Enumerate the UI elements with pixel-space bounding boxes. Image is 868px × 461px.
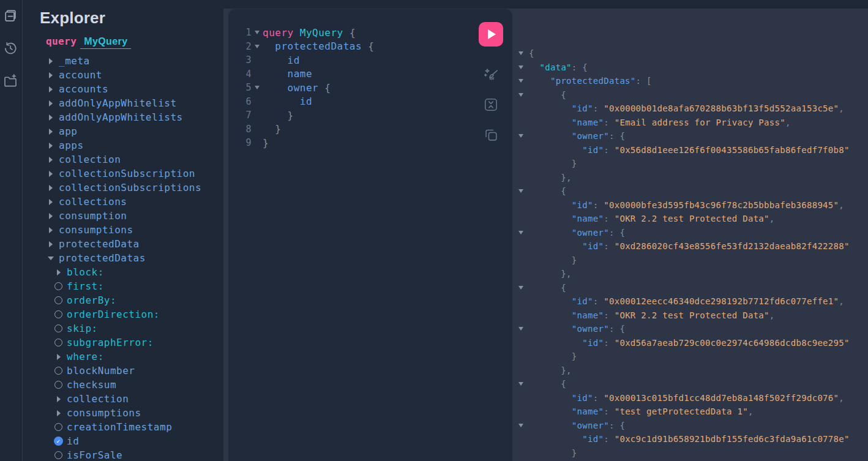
tree-item-collections[interactable]: collections <box>23 195 223 209</box>
operation-name-input[interactable]: MyQuery <box>80 36 131 49</box>
editor-line[interactable]: 1query MyQuery { <box>228 26 512 40</box>
tree-item-collection[interactable]: collection <box>23 152 223 167</box>
tree-item-orderDirection[interactable]: orderDirection: <box>23 307 223 321</box>
fold-arrow-icon[interactable] <box>513 382 529 386</box>
tree-item-consumption[interactable]: consumption <box>23 209 223 223</box>
tree-item-consumptions[interactable]: consumptions <box>23 223 223 237</box>
editor-line[interactable]: 7 } <box>228 108 512 122</box>
response-line: } <box>513 350 868 364</box>
editor-line[interactable]: 5 owner { <box>228 81 512 95</box>
tree-item-creationTimestamp[interactable]: creationTimestamp <box>23 420 223 434</box>
editor-line[interactable]: 6 id <box>228 95 512 109</box>
tree-item-protectedData[interactable]: protectedData <box>23 237 223 251</box>
tree-item-collectionSubscriptions[interactable]: collectionSubscriptions <box>23 181 223 195</box>
unchecked-field-icon[interactable] <box>54 339 63 347</box>
chevron-right-icon[interactable] <box>46 157 55 163</box>
tree-item-block[interactable]: block: <box>23 265 223 279</box>
fold-arrow-icon[interactable] <box>252 45 263 48</box>
chevron-right-icon[interactable] <box>46 143 55 149</box>
fold-arrow-icon[interactable] <box>513 424 529 427</box>
unchecked-field-icon[interactable] <box>54 296 63 304</box>
chevron-right-icon[interactable] <box>46 58 55 64</box>
fold-arrow-icon[interactable] <box>513 51 529 55</box>
editor-line[interactable]: 8 } <box>228 122 512 137</box>
chevron-right-icon[interactable] <box>46 185 55 191</box>
editor-line[interactable]: 4 name <box>228 67 512 81</box>
tree-item-consumptions[interactable]: consumptions <box>23 406 223 420</box>
tree-item-isForSale[interactable]: isForSale <box>23 448 223 461</box>
unchecked-field-icon[interactable] <box>54 451 63 459</box>
chevron-right-icon[interactable] <box>46 72 55 78</box>
explorer-folder-icon[interactable] <box>3 73 19 89</box>
response-line: { <box>513 184 868 198</box>
chevron-right-icon[interactable] <box>54 410 63 416</box>
chevron-right-icon[interactable] <box>46 199 55 205</box>
merge-fragments-icon[interactable] <box>483 97 499 113</box>
unchecked-field-icon[interactable] <box>54 423 63 431</box>
chevron-right-icon[interactable] <box>46 86 55 92</box>
editor-line[interactable]: 2 protectedDatas { <box>228 40 512 54</box>
tree-item-label: accounts <box>59 83 108 95</box>
response-panel[interactable]: { "data": { "protectedDatas": [ { "id": … <box>513 9 868 461</box>
tree-item-checksum[interactable]: checksum <box>23 378 223 392</box>
history-icon[interactable] <box>3 40 19 56</box>
chevron-right-icon[interactable] <box>46 100 55 107</box>
fold-arrow-icon[interactable] <box>513 327 529 331</box>
fold-arrow-icon[interactable] <box>513 93 529 97</box>
tree-item-where[interactable]: where: <box>23 350 223 364</box>
chevron-right-icon[interactable] <box>46 227 55 233</box>
query-editor-code[interactable]: 1query MyQuery {2 protectedDatas {3 id4 … <box>228 9 512 150</box>
editor-line[interactable]: 9} <box>228 136 512 150</box>
tree-item-protectedDatas[interactable]: protectedDatas <box>23 251 223 265</box>
fold-arrow-icon[interactable] <box>513 231 529 234</box>
fold-arrow-icon[interactable] <box>513 66 529 69</box>
tree-item-id[interactable]: ✓id <box>23 434 223 448</box>
response-line: "owner": { <box>513 419 868 433</box>
tree-item-label: addOnlyAppWhitelists <box>59 111 183 123</box>
chevron-right-icon[interactable] <box>54 269 63 275</box>
tree-item-orderBy[interactable]: orderBy: <box>23 293 223 307</box>
tree-item-collection[interactable]: collection <box>23 392 223 406</box>
tree-item-first[interactable]: first: <box>23 279 223 293</box>
chevron-right-icon[interactable] <box>46 241 55 247</box>
chevron-right-icon[interactable] <box>54 354 63 360</box>
chevron-right-icon[interactable] <box>46 129 55 135</box>
tree-item-addOnlyAppWhitelist[interactable]: addOnlyAppWhitelist <box>23 96 223 110</box>
query-editor[interactable]: 1query MyQuery {2 protectedDatas {3 id4 … <box>228 9 513 461</box>
tree-item-apps[interactable]: apps <box>23 138 223 152</box>
docs-icon[interactable] <box>3 8 19 24</box>
fold-arrow-icon[interactable] <box>513 286 529 290</box>
fold-arrow-icon[interactable] <box>252 31 263 34</box>
unchecked-field-icon[interactable] <box>54 282 63 290</box>
copy-query-icon[interactable] <box>483 127 499 143</box>
tree-item-collectionSubscription[interactable]: collectionSubscription <box>23 167 223 181</box>
execute-play-icon[interactable] <box>479 22 503 47</box>
tree-item-skip[interactable]: skip: <box>23 321 223 335</box>
tree-item-addOnlyAppWhitelists[interactable]: addOnlyAppWhitelists <box>23 110 223 124</box>
tree-item-app[interactable]: app <box>23 124 223 138</box>
tree-item-accounts[interactable]: accounts <box>23 82 223 96</box>
tree-item-blockNumber[interactable]: blockNumber <box>23 364 223 378</box>
fold-arrow-icon[interactable] <box>252 86 263 89</box>
response-line: }, <box>513 267 868 281</box>
chevron-right-icon[interactable] <box>54 396 63 402</box>
chevron-right-icon[interactable] <box>46 114 55 121</box>
prettify-icon[interactable] <box>483 67 499 83</box>
unchecked-field-icon[interactable] <box>54 310 63 318</box>
unchecked-field-icon[interactable] <box>54 381 63 389</box>
chevron-right-icon[interactable] <box>46 171 55 177</box>
fold-arrow-icon[interactable] <box>513 189 529 193</box>
fold-arrow-icon[interactable] <box>513 79 529 83</box>
tree-item-subgraphError[interactable]: subgraphError: <box>23 335 223 350</box>
tree-item-account[interactable]: account <box>23 68 223 82</box>
unchecked-field-icon[interactable] <box>54 367 63 375</box>
checked-field-icon[interactable]: ✓ <box>54 437 63 446</box>
chevron-right-icon[interactable] <box>46 213 55 219</box>
fold-arrow-icon[interactable] <box>513 134 529 138</box>
chevron-down-icon[interactable] <box>46 257 55 260</box>
line-number: 6 <box>228 96 252 107</box>
response-line: { <box>513 377 868 391</box>
tree-item-_meta[interactable]: _meta <box>23 54 223 68</box>
unchecked-field-icon[interactable] <box>54 324 63 332</box>
editor-line[interactable]: 3 id <box>228 53 512 67</box>
